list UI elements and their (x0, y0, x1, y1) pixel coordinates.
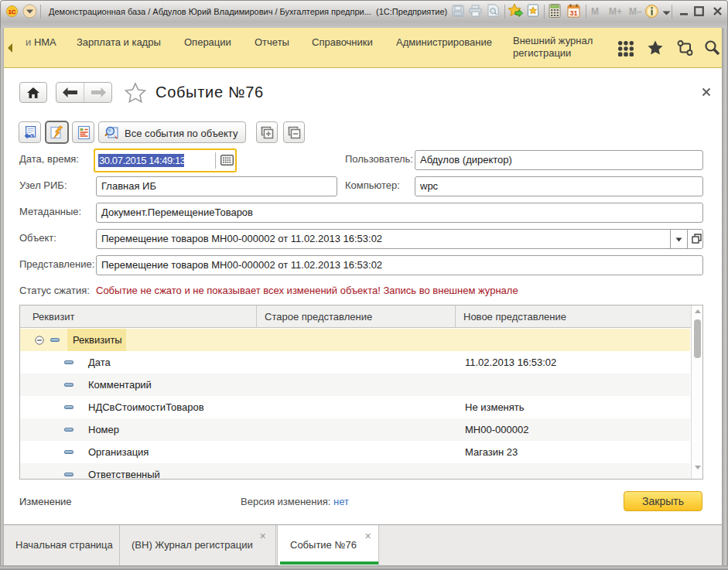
svg-text:1C: 1C (8, 9, 15, 15)
svg-text:31: 31 (569, 9, 577, 17)
